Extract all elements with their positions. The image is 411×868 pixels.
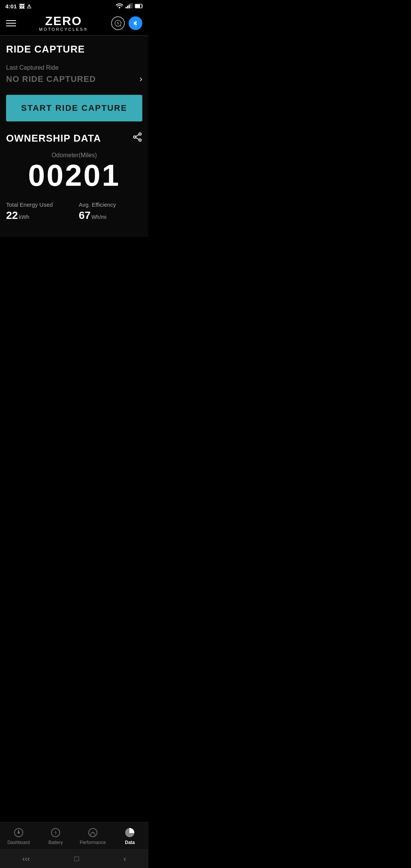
ownership-data-section: OWNERSHIP DATA Odometer(Miles) 00201 Tot… (6, 132, 142, 222)
header-icons (111, 16, 142, 30)
photo-icon: 🖼 (19, 3, 24, 10)
battery-nav-icon (50, 827, 61, 838)
svg-rect-7 (135, 5, 140, 8)
ownership-title: OWNERSHIP DATA (6, 132, 101, 144)
hamburger-menu[interactable] (6, 20, 16, 26)
svg-rect-3 (129, 5, 130, 8)
svg-point-22 (92, 832, 93, 833)
recents-button[interactable]: ‹ (124, 854, 126, 863)
bottom-navigation: Dashboard Battery Performance (0, 822, 148, 849)
data-icon (124, 827, 135, 838)
ride-capture-section: RIDE CAPTURE Last Captured Ride NO RIDE … (6, 43, 142, 132)
ride-row[interactable]: NO RIDE CAPTURED › (6, 74, 142, 84)
svg-line-11 (120, 25, 121, 26)
charge-status-icon[interactable] (111, 16, 125, 30)
app-logo: ZERO MOTORCYCLES® (39, 15, 88, 32)
svg-point-12 (139, 133, 141, 135)
app-header: ZERO MOTORCYCLES® (0, 11, 148, 36)
nav-item-dashboard[interactable]: Dashboard (0, 827, 37, 845)
battery-status-icon (135, 3, 143, 10)
svg-rect-2 (127, 6, 128, 8)
status-left: 4:01 🖼 ⚠ (5, 3, 32, 10)
odometer-label: Odometer(Miles) (6, 152, 142, 159)
avg-efficiency-stat: Avg. Efficiency 67Wh/mi (79, 201, 142, 222)
status-bar: 4:01 🖼 ⚠ (0, 0, 148, 11)
total-energy-label: Total Energy Used (6, 201, 70, 208)
bluetooth-icon[interactable] (129, 16, 142, 30)
svg-line-15 (136, 135, 139, 137)
svg-line-16 (136, 138, 139, 140)
ownership-header: OWNERSHIP DATA (6, 132, 142, 144)
battery-label: Battery (48, 840, 63, 845)
no-ride-text: NO RIDE CAPTURED (6, 74, 96, 84)
nav-item-performance[interactable]: Performance (74, 827, 112, 845)
performance-label: Performance (80, 840, 106, 845)
share-icon[interactable] (132, 132, 142, 144)
data-label: Data (125, 840, 135, 845)
wifi-icon (116, 3, 123, 10)
total-energy-stat: Total Energy Used 22kWh (6, 201, 70, 222)
status-right (116, 3, 143, 10)
odometer-value: 00201 (6, 160, 142, 191)
chevron-right-icon: › (140, 74, 142, 84)
back-button[interactable]: ‹‹‹ (22, 854, 30, 863)
svg-rect-4 (130, 3, 131, 8)
time-display: 4:01 (5, 3, 17, 10)
signal-icon (126, 3, 132, 10)
svg-point-0 (119, 7, 120, 8)
logo-main: ZERO (39, 15, 88, 27)
performance-icon (87, 827, 99, 838)
nav-item-battery[interactable]: Battery (37, 827, 75, 845)
svg-point-14 (139, 139, 141, 141)
dashboard-label: Dashboard (7, 840, 30, 845)
last-ride-label: Last Captured Ride (6, 64, 142, 71)
system-bar: ‹‹‹ □ ‹ (0, 849, 148, 868)
svg-rect-1 (126, 7, 127, 8)
avg-efficiency-value: 67Wh/mi (79, 209, 142, 222)
alert-icon: ⚠ (27, 3, 32, 10)
ride-capture-title: RIDE CAPTURE (6, 43, 142, 55)
start-ride-capture-button[interactable]: START RIDE CAPTURE (6, 95, 142, 121)
svg-point-13 (134, 136, 136, 138)
total-energy-unit: kWh (19, 214, 29, 220)
stats-row: Total Energy Used 22kWh Avg. Efficiency … (6, 201, 142, 222)
total-energy-value: 22kWh (6, 209, 70, 222)
avg-efficiency-unit: Wh/mi (91, 214, 107, 220)
avg-efficiency-label: Avg. Efficiency (79, 201, 142, 208)
svg-rect-5 (132, 3, 132, 8)
dashboard-icon (13, 827, 24, 838)
main-content: RIDE CAPTURE Last Captured Ride NO RIDE … (0, 36, 148, 237)
home-button[interactable]: □ (75, 854, 79, 863)
logo-sub: MOTORCYCLES® (39, 27, 88, 32)
nav-item-data[interactable]: Data (112, 827, 149, 845)
